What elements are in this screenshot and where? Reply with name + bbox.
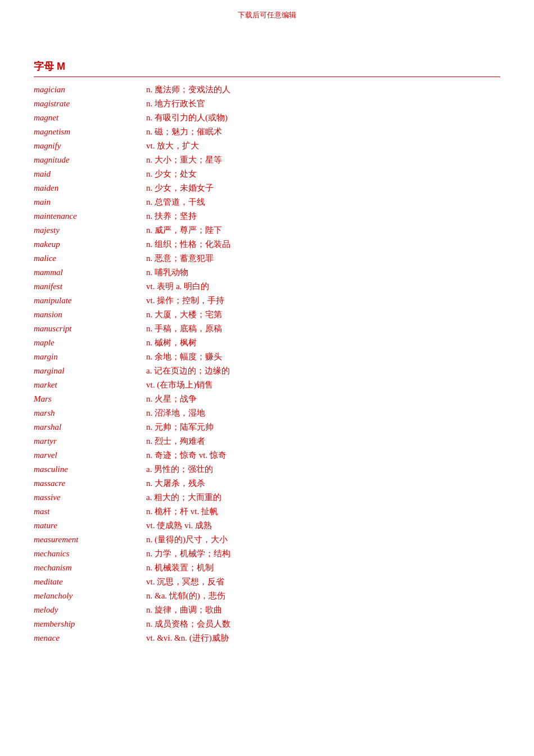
word-chinese: n. 少女，未婚女子 bbox=[146, 183, 500, 194]
word-row: manuscriptn. 手稿，底稿，原稿 bbox=[34, 322, 500, 336]
word-row: membershipn. 成员资格；会员人数 bbox=[34, 617, 500, 631]
word-chinese: n. 槭树，枫树 bbox=[146, 338, 500, 348]
word-row: mammaln. 哺乳动物 bbox=[34, 266, 500, 280]
word-english: magician bbox=[34, 85, 146, 94]
word-chinese: n. 机械装置；机制 bbox=[146, 562, 500, 573]
word-chinese: n. (量得的)尺寸，大小 bbox=[146, 534, 500, 545]
word-english: maiden bbox=[34, 183, 146, 193]
word-row: massivea. 粗大的；大而重的 bbox=[34, 490, 500, 505]
word-english: magnify bbox=[34, 141, 146, 151]
word-row: magnetn. 有吸引力的人(或物) bbox=[34, 111, 500, 125]
word-english: maple bbox=[34, 338, 146, 348]
word-chinese: vt. 操作；控制，手持 bbox=[146, 295, 500, 306]
word-english: market bbox=[34, 380, 146, 390]
word-english: marshal bbox=[34, 422, 146, 432]
word-chinese: n. 奇迹；惊奇 vt. 惊奇 bbox=[146, 450, 500, 461]
word-chinese: n. 组织；性格；化装品 bbox=[146, 239, 500, 250]
word-chinese: n. 元帅；陆军元帅 bbox=[146, 422, 500, 433]
top-bar-text: 下载后可任意编辑 bbox=[238, 11, 296, 19]
word-row: manipulatevt. 操作；控制，手持 bbox=[34, 294, 500, 308]
word-english: marsh bbox=[34, 408, 146, 418]
word-chinese: vt. &vi. &n. (进行)威胁 bbox=[146, 633, 500, 644]
word-english: makeup bbox=[34, 240, 146, 249]
word-english: mature bbox=[34, 521, 146, 530]
word-row: masculinea. 男性的；强壮的 bbox=[34, 462, 500, 476]
word-english: menace bbox=[34, 633, 146, 643]
word-english: Mars bbox=[34, 394, 146, 404]
word-row: majestyn. 威严，尊严；陛下 bbox=[34, 223, 500, 237]
word-row: melodyn. 旋律，曲调；歌曲 bbox=[34, 603, 500, 617]
word-row: marketvt. (在市场上)销售 bbox=[34, 378, 500, 392]
word-chinese: n. 地方行政长官 bbox=[146, 98, 500, 109]
word-row: malicen. 恶意；蓄意犯罪 bbox=[34, 251, 500, 266]
word-english: meditate bbox=[34, 577, 146, 587]
word-row: melancholyn. &a. 忧郁(的)，悲伤 bbox=[34, 589, 500, 603]
word-english: mammal bbox=[34, 268, 146, 277]
word-chinese: n. 总管道，干线 bbox=[146, 197, 500, 208]
word-row: magiciann. 魔法师；变戏法的人 bbox=[34, 83, 500, 97]
word-chinese: a. 男性的；强壮的 bbox=[146, 464, 500, 475]
word-english: mast bbox=[34, 507, 146, 516]
word-row: meditatevt. 沉思，冥想，反省 bbox=[34, 575, 500, 589]
word-chinese: n. 沼泽地，湿地 bbox=[146, 408, 500, 418]
word-row: mechanismn. 机械装置；机制 bbox=[34, 561, 500, 575]
section-title: 字母 M bbox=[34, 61, 65, 72]
section-header: 字母 M bbox=[34, 60, 500, 77]
word-english: mechanics bbox=[34, 549, 146, 559]
word-english: malice bbox=[34, 254, 146, 263]
word-row: maintenancen. 扶养；坚持 bbox=[34, 209, 500, 223]
word-english: marvel bbox=[34, 451, 146, 460]
word-row: makeupn. 组织；性格；化装品 bbox=[34, 237, 500, 251]
word-english: melody bbox=[34, 605, 146, 615]
word-row: marshaln. 元帅；陆军元帅 bbox=[34, 420, 500, 434]
word-row: magnetismn. 磁；魅力；催眠术 bbox=[34, 125, 500, 139]
word-chinese: n. 烈士，殉难者 bbox=[146, 436, 500, 447]
word-row: maplen. 槭树，枫树 bbox=[34, 336, 500, 350]
word-row: maidn. 少女；处女 bbox=[34, 167, 500, 181]
word-english: maintenance bbox=[34, 212, 146, 221]
word-english: membership bbox=[34, 619, 146, 629]
word-row: menacevt. &vi. &n. (进行)威胁 bbox=[34, 631, 500, 645]
word-english: masculine bbox=[34, 465, 146, 474]
word-chinese: n. 桅杆；杆 vt. 扯帆 bbox=[146, 506, 500, 517]
word-row: magnifyvt. 放大，扩大 bbox=[34, 139, 500, 153]
word-chinese: vt. (在市场上)销售 bbox=[146, 380, 500, 390]
word-english: magnetism bbox=[34, 127, 146, 137]
word-english: main bbox=[34, 197, 146, 207]
word-english: massive bbox=[34, 493, 146, 502]
word-english: margin bbox=[34, 352, 146, 362]
word-row: manifestvt. 表明 a. 明白的 bbox=[34, 280, 500, 294]
word-english: magnitude bbox=[34, 155, 146, 165]
word-chinese: n. 大小；重大；星等 bbox=[146, 155, 500, 165]
word-chinese: n. 火星；战争 bbox=[146, 394, 500, 404]
word-row: mainn. 总管道，干线 bbox=[34, 195, 500, 209]
word-english: marginal bbox=[34, 366, 146, 376]
word-chinese: n. 力学，机械学；结构 bbox=[146, 548, 500, 559]
word-row: marveln. 奇迹；惊奇 vt. 惊奇 bbox=[34, 448, 500, 462]
word-row: mechanicsn. 力学，机械学；结构 bbox=[34, 547, 500, 561]
word-chinese: n. &a. 忧郁(的)，悲伤 bbox=[146, 591, 500, 601]
word-chinese: a. 粗大的；大而重的 bbox=[146, 492, 500, 503]
word-row: marginala. 记在页边的；边缘的 bbox=[34, 364, 500, 378]
word-chinese: n. 大屠杀，残杀 bbox=[146, 478, 500, 489]
word-chinese: vt. 使成熟 vi. 成熟 bbox=[146, 520, 500, 531]
word-row: magistraten. 地方行政长官 bbox=[34, 97, 500, 111]
word-english: massacre bbox=[34, 479, 146, 488]
word-english: manipulate bbox=[34, 296, 146, 305]
word-english: mechanism bbox=[34, 563, 146, 573]
word-row: mansionn. 大厦，大楼；宅第 bbox=[34, 308, 500, 322]
word-chinese: n. 扶养；坚持 bbox=[146, 211, 500, 222]
word-chinese: n. 魔法师；变戏法的人 bbox=[146, 84, 500, 95]
word-english: manifest bbox=[34, 282, 146, 291]
word-row: maidenn. 少女，未婚女子 bbox=[34, 181, 500, 195]
word-chinese: n. 少女；处女 bbox=[146, 169, 500, 179]
word-chinese: n. 旋律，曲调；歌曲 bbox=[146, 605, 500, 615]
word-row: martyrn. 烈士，殉难者 bbox=[34, 434, 500, 448]
word-row: mastn. 桅杆；杆 vt. 扯帆 bbox=[34, 505, 500, 519]
word-row: Marsn. 火星；战争 bbox=[34, 392, 500, 406]
word-english: majesty bbox=[34, 226, 146, 235]
word-chinese: n. 磁；魅力；催眠术 bbox=[146, 127, 500, 137]
word-english: measurement bbox=[34, 535, 146, 544]
word-row: massacren. 大屠杀，残杀 bbox=[34, 476, 500, 490]
word-list: magiciann. 魔法师；变戏法的人magistraten. 地方行政长官m… bbox=[34, 83, 500, 645]
